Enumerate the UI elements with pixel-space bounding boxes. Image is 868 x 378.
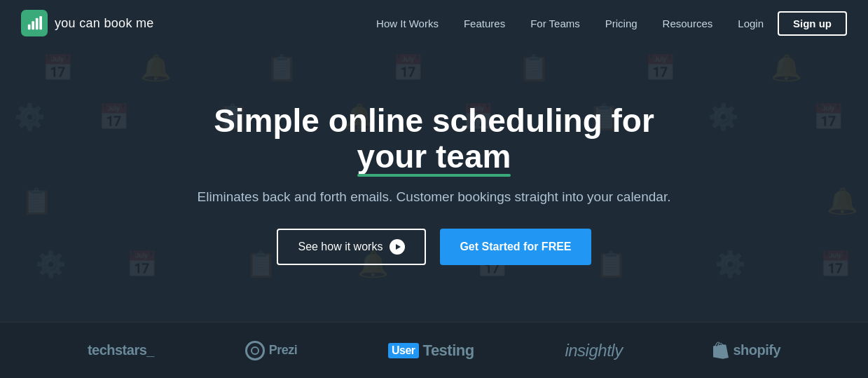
logo-svg	[27, 15, 42, 31]
logo-area[interactable]: you can book me	[21, 10, 154, 36]
nav-resources[interactable]: Resources	[663, 18, 713, 29]
techstars-text: techstars_	[88, 342, 154, 358]
bg-icon-25: 📅	[820, 250, 851, 279]
nav-for-teams[interactable]: For Teams	[530, 18, 580, 29]
nav-how-it-works[interactable]: How It Works	[376, 18, 439, 29]
testing-text: Testing	[423, 342, 474, 360]
bg-icon-9: 📅	[98, 102, 130, 132]
bg-icon-23: 📋	[595, 250, 627, 279]
bg-icon-3: 📋	[266, 53, 298, 83]
techstars-logo: techstars_	[88, 342, 154, 358]
get-started-button[interactable]: Get Started for FREE	[440, 229, 591, 265]
bg-icon-7: 🔔	[771, 53, 802, 83]
hero-section: 📅 🔔 📋 📅 📋 📅 🔔 ⚙️ 📅 📋 🔔 📅 📋 ⚙️ 📅 📋 🔔 ⚙️ 📅…	[0, 46, 868, 322]
usertesting-logo: User Testing	[388, 342, 474, 360]
bg-pattern: 📅 🔔 📋 📅 📋 📅 🔔 ⚙️ 📅 📋 🔔 📅 📋 ⚙️ 📅 📋 🔔 ⚙️ 📅…	[0, 46, 868, 322]
bg-icon-20: 📋	[245, 250, 277, 279]
shopify-icon	[713, 342, 729, 360]
hero-buttons: See how it works Get Started for FREE	[277, 229, 591, 265]
bg-icon-6: 📅	[645, 53, 676, 83]
bg-icon-4: 📅	[392, 53, 424, 83]
prezi-icon	[245, 341, 265, 360]
shopify-text: shopify	[733, 342, 780, 358]
bg-icon-5: 📋	[518, 53, 550, 83]
prezi-logo: Prezi	[245, 341, 298, 360]
bg-icon-2: 🔔	[140, 53, 172, 83]
bg-icon-8: ⚙️	[14, 102, 46, 132]
bg-icon-16: 📋	[21, 187, 53, 216]
nav-features[interactable]: Features	[464, 18, 505, 29]
user-box: User	[388, 343, 419, 358]
svg-rect-0	[28, 25, 31, 29]
logo-text: you can book me	[55, 16, 154, 31]
bg-icon-24: ⚙️	[715, 250, 746, 279]
bg-icon-15: 📅	[813, 102, 844, 132]
bg-icon-17: 🔔	[827, 187, 858, 216]
login-link[interactable]: Login	[738, 18, 764, 29]
hero-title-highlight: your team	[357, 139, 511, 175]
nav-pricing[interactable]: Pricing	[605, 18, 638, 29]
prezi-text: Prezi	[269, 343, 298, 358]
svg-rect-3	[39, 16, 42, 29]
shopify-logo: shopify	[713, 342, 780, 360]
insightly-logo: insightly	[565, 341, 622, 360]
play-icon	[390, 239, 405, 255]
signup-button[interactable]: Sign up	[778, 11, 847, 36]
partners-bar: techstars_ Prezi User Testing insightly …	[0, 322, 868, 378]
see-how-button[interactable]: See how it works	[277, 229, 426, 265]
hero-title: Simple online scheduling for your team	[154, 103, 715, 174]
hero-title-start: Simple online scheduling for	[214, 102, 654, 139]
svg-rect-1	[32, 21, 34, 29]
see-how-label: See how it works	[298, 241, 383, 253]
insightly-text: insightly	[565, 341, 622, 360]
navigation: you can book me How It Works Features Fo…	[0, 0, 868, 46]
logo-icon	[21, 10, 48, 36]
bg-icon-19: 📅	[126, 250, 158, 279]
bg-icon-1: 📅	[42, 53, 74, 83]
nav-links: How It Works Features For Teams Pricing …	[376, 18, 712, 29]
svg-rect-2	[36, 18, 39, 29]
hero-subtitle: Eliminates back and forth emails. Custom…	[198, 189, 671, 205]
bg-icon-18: ⚙️	[35, 250, 67, 279]
